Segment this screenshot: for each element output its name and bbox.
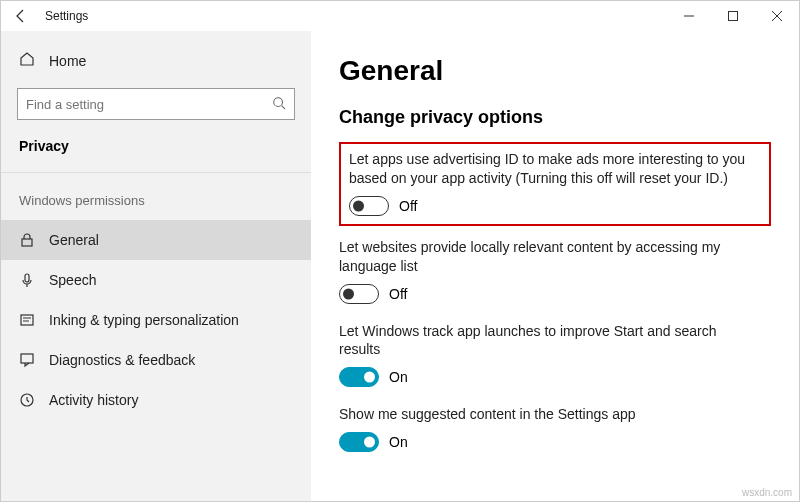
sidebar-item-label: General <box>49 232 99 248</box>
option-language-list: Let websites provide locally relevant co… <box>339 238 771 304</box>
sidebar-item-label: Activity history <box>49 392 138 408</box>
toggle-state: On <box>389 369 408 385</box>
section-label: Windows permissions <box>1 187 311 220</box>
lock-icon <box>19 232 35 248</box>
option-desc: Show me suggested content in the Setting… <box>339 405 759 424</box>
option-app-launches: Let Windows track app launches to improv… <box>339 322 771 388</box>
search-input[interactable] <box>26 97 272 112</box>
sidebar-item-label: Diagnostics & feedback <box>49 352 195 368</box>
svg-rect-1 <box>729 12 738 21</box>
feedback-icon <box>19 352 35 368</box>
sidebar-item-diagnostics[interactable]: Diagnostics & feedback <box>1 340 311 380</box>
option-desc: Let Windows track app launches to improv… <box>339 322 759 360</box>
sidebar-item-inking[interactable]: Inking & typing personalization <box>1 300 311 340</box>
minimize-button[interactable] <box>667 1 711 31</box>
main-panel: General Change privacy options Let apps … <box>311 31 799 501</box>
sidebar-item-activity[interactable]: Activity history <box>1 380 311 420</box>
watermark: wsxdn.com <box>742 487 792 498</box>
home-label: Home <box>49 53 86 69</box>
toggle-suggested-content[interactable] <box>339 432 379 452</box>
window-title: Settings <box>41 9 88 23</box>
section-title: Change privacy options <box>339 107 771 128</box>
svg-rect-11 <box>21 354 33 363</box>
svg-rect-8 <box>21 315 33 325</box>
toggle-language-list[interactable] <box>339 284 379 304</box>
page-title: General <box>339 55 771 87</box>
sidebar-item-general[interactable]: General <box>1 220 311 260</box>
history-icon <box>19 392 35 408</box>
svg-line-5 <box>282 105 286 109</box>
svg-rect-6 <box>22 239 32 246</box>
toggle-state: Off <box>399 198 417 214</box>
sidebar: Home Privacy Windows permissions General… <box>1 31 311 501</box>
inking-icon <box>19 312 35 328</box>
speech-icon <box>19 272 35 288</box>
toggle-state: On <box>389 434 408 450</box>
close-button[interactable] <box>755 1 799 31</box>
maximize-button[interactable] <box>711 1 755 31</box>
search-icon <box>272 96 286 113</box>
svg-rect-7 <box>25 274 29 282</box>
back-button[interactable] <box>1 8 41 24</box>
option-desc: Let websites provide locally relevant co… <box>339 238 759 276</box>
sidebar-item-label: Speech <box>49 272 96 288</box>
toggle-advertising-id[interactable] <box>349 196 389 216</box>
toggle-state: Off <box>389 286 407 302</box>
home-icon <box>19 51 35 70</box>
sidebar-item-label: Inking & typing personalization <box>49 312 239 328</box>
svg-point-4 <box>274 97 283 106</box>
option-suggested-content: Show me suggested content in the Setting… <box>339 405 771 452</box>
option-desc: Let apps use advertising ID to make ads … <box>349 150 761 188</box>
category-heading: Privacy <box>1 130 311 166</box>
sidebar-item-speech[interactable]: Speech <box>1 260 311 300</box>
home-nav[interactable]: Home <box>1 41 311 80</box>
titlebar: Settings <box>1 1 799 31</box>
toggle-app-launches[interactable] <box>339 367 379 387</box>
search-box[interactable] <box>17 88 295 120</box>
option-advertising-id: Let apps use advertising ID to make ads … <box>339 142 771 226</box>
divider <box>1 172 311 173</box>
